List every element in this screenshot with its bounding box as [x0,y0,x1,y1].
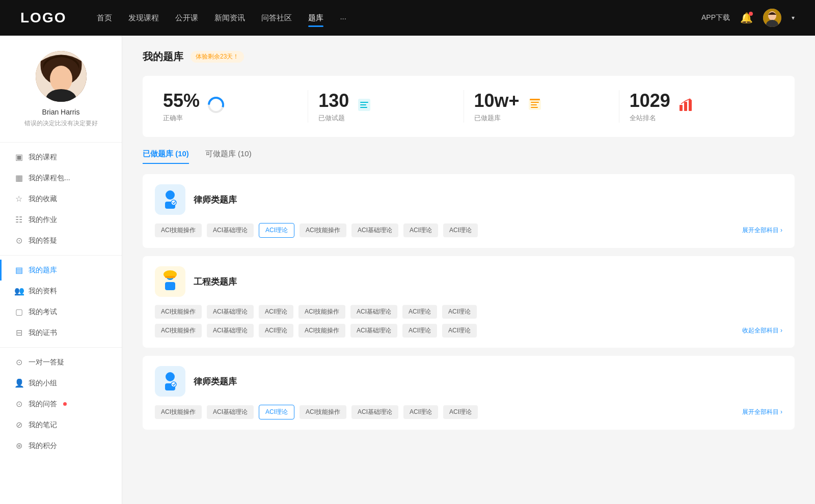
eng-tag-3[interactable]: ACI理论 [259,305,293,319]
l2-tag-4[interactable]: ACI技能操作 [300,405,346,419]
my-qa-icon: ⊙ [14,399,23,409]
navbar-logo[interactable]: LOGO [20,10,66,26]
svg-point-29 [166,372,175,381]
tags-engineer-row1: ACI技能操作 ACI基础理论 ACI理论 ACI技能操作 ACI基础理论 AC… [155,305,782,319]
nav-quiz[interactable]: 题库 [308,11,323,25]
eng-tag-8[interactable]: ACI技能操作 [155,324,202,338]
navbar-nav: 首页 发现课程 公开课 新闻资讯 问答社区 题库 ··· [97,11,701,25]
tab-done-banks[interactable]: 已做题库 (10) [143,149,189,164]
tag-1[interactable]: ACI技能操作 [155,223,202,237]
notification-bell-icon[interactable]: 🔔 [740,12,753,24]
sidebar-item-questions[interactable]: ⊙ 我的答疑 [0,230,122,251]
trial-badge: 体验剩余23天！ [191,51,244,63]
stat-done-banks-content: 10w+ 已做题库 [474,90,520,123]
navbar: LOGO 首页 发现课程 公开课 新闻资讯 问答社区 题库 ··· APP下载 … [0,0,815,36]
sidebar-item-points[interactable]: ⊛ 我的积分 [0,435,122,456]
tag-6[interactable]: ACI理论 [403,223,438,237]
stat-ranking-icon [677,97,694,117]
sidebar-item-my-course-label: 我的课程 [29,153,57,162]
eng-tag-13[interactable]: ACI理论 [402,324,437,338]
svg-rect-20 [689,100,692,111]
materials-icon: 👥 [14,286,23,296]
eng-tag-9[interactable]: ACI基础理论 [207,324,254,338]
sidebar-item-homework[interactable]: ☷ 我的作业 [0,209,122,230]
nav-home[interactable]: 首页 [97,11,112,25]
app-download-button[interactable]: APP下载 [701,13,730,22]
tag-4[interactable]: ACI技能操作 [300,223,346,237]
nav-discover[interactable]: 发现课程 [128,11,159,25]
stat-ranking: 1029 全站排名 [619,90,774,123]
stat-accuracy-icon [207,96,225,118]
sidebar-item-notes-label: 我的笔记 [29,421,57,430]
lawyer-bank-icon-2 [155,366,185,397]
eng-tag-5[interactable]: ACI基础理论 [350,305,397,319]
eng-tag-1[interactable]: ACI技能操作 [155,305,202,319]
stat-accuracy: 55% 正确率 [163,90,308,123]
l2-tag-2[interactable]: ACI基础理论 [207,405,254,419]
l2-tag-7[interactable]: ACI理论 [443,405,478,419]
bank-header-lawyer-2: 律师类题库 [155,366,782,397]
quiz-bank-icon: ▤ [14,265,23,275]
svg-rect-28 [165,276,175,278]
eng-tag-7[interactable]: ACI理论 [442,305,477,319]
sidebar-item-my-qa-label: 我的问答 [29,400,57,409]
sidebar-item-group[interactable]: 👤 我的小组 [0,373,122,394]
sidebar-item-course-pack[interactable]: ▦ 我的课程包... [0,167,122,188]
l2-tag-6[interactable]: ACI理论 [403,405,438,419]
eng-tag-11[interactable]: ACI技能操作 [298,324,345,338]
nav-qa[interactable]: 问答社区 [261,11,292,25]
sidebar-item-1v1-qa[interactable]: ⊙ 一对一答疑 [0,352,122,373]
tag-2[interactable]: ACI基础理论 [207,223,254,237]
stat-done-questions-content: 130 已做试题 [318,90,349,123]
nav-more[interactable]: ··· [340,12,346,24]
avatar[interactable] [763,9,781,27]
svg-rect-17 [530,99,540,100]
tag-7[interactable]: ACI理论 [443,223,478,237]
eng-tag-10[interactable]: ACI理论 [259,324,293,338]
eng-tag-12[interactable]: ACI基础理论 [350,324,397,338]
tabs-row: 已做题库 (10) 可做题库 (10) [143,149,795,164]
collapse-link-engineer[interactable]: 收起全部科目 › [742,326,782,335]
user-dropdown-chevron-icon[interactable]: ▾ [792,14,795,21]
sidebar-item-certificate-label: 我的证书 [29,328,57,338]
sidebar-item-certificate[interactable]: ⊟ 我的证书 [0,322,122,343]
sidebar-item-my-course[interactable]: ▣ 我的课程 [0,147,122,167]
eng-tag-4[interactable]: ACI技能操作 [298,305,345,319]
stat-done-banks-value: 10w+ [474,90,520,111]
sidebar-item-group-label: 我的小组 [29,379,57,388]
svg-point-22 [166,190,175,200]
sidebar-item-favorites[interactable]: ☆ 我的收藏 [0,188,122,209]
tag-3-active[interactable]: ACI理论 [259,223,294,238]
sidebar-divider-2 [0,255,122,256]
stat-accuracy-value: 55% [163,90,200,111]
main-content: 我的题库 体验剩余23天！ 55% 正确率 130 [122,36,815,504]
stat-ranking-value: 1029 [630,90,670,111]
svg-rect-26 [165,282,175,290]
sidebar-item-my-qa[interactable]: ⊙ 我的问答 [0,394,122,414]
expand-link-lawyer-1[interactable]: 展开全部科目 › [742,226,782,235]
stat-done-questions: 130 已做试题 [308,90,464,123]
tag-5[interactable]: ACI基础理论 [351,223,398,237]
my-course-icon: ▣ [14,152,23,162]
sidebar-item-quiz-bank[interactable]: ▤ 我的题库 [0,260,122,281]
sidebar-avatar [36,51,87,102]
nav-open-course[interactable]: 公开课 [175,11,198,25]
eng-tag-14[interactable]: ACI理论 [442,324,477,338]
sidebar-item-materials[interactable]: 👥 我的资料 [0,281,122,301]
course-pack-icon: ▦ [14,173,23,183]
sidebar-item-notes[interactable]: ⊘ 我的笔记 [0,414,122,435]
exam-icon: ▢ [14,307,23,317]
stat-done-questions-icon [356,97,372,117]
sidebar-motto: 错误的决定比没有决定要好 [24,119,98,128]
l2-tag-3-active[interactable]: ACI理论 [259,405,294,419]
nav-news[interactable]: 新闻资讯 [214,11,245,25]
lawyer-bank-icon [155,184,185,215]
tab-available-banks[interactable]: 可做题库 (10) [205,149,252,164]
eng-tag-2[interactable]: ACI基础理论 [207,305,254,319]
bank-list: 律师类题库 ACI技能操作 ACI基础理论 ACI理论 ACI技能操作 ACI基… [143,174,795,430]
expand-link-lawyer-2[interactable]: 展开全部科目 › [742,408,782,416]
l2-tag-1[interactable]: ACI技能操作 [155,405,202,419]
eng-tag-6[interactable]: ACI理论 [402,305,437,319]
sidebar-item-exam[interactable]: ▢ 我的考试 [0,301,122,322]
l2-tag-5[interactable]: ACI基础理论 [351,405,398,419]
